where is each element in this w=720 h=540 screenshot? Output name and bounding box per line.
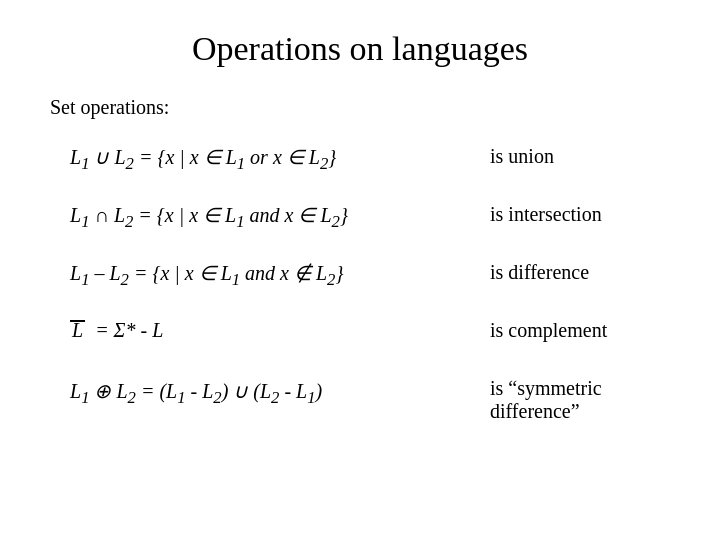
table-row: L1 – L2 = {x | x ∈ L1 and x ∉ L2} is dif… [50, 253, 670, 311]
table-row: L1 ∩ L2 = {x | x ∈ L1 and x ∈ L2} is int… [50, 195, 670, 253]
table-row: L1 ∪ L2 = {x | x ∈ L1 or x ∈ L2} is unio… [50, 137, 670, 195]
subtitle: Set operations: [50, 96, 670, 119]
desc-union: is union [490, 145, 670, 168]
table-row: L = Σ* - L is complement [50, 311, 670, 369]
desc-intersection: is intersection [490, 203, 670, 226]
desc-complement: is complement [490, 319, 670, 342]
page-title: Operations on languages [50, 30, 670, 68]
table-row: L1 ⊕ L2 = (L1 - L2) ∪ (L2 - L1) is “symm… [50, 369, 670, 431]
slide: Operations on languages Set operations: … [0, 0, 720, 540]
desc-difference: is difference [490, 261, 670, 284]
expr-union: L1 ∪ L2 = {x | x ∈ L1 or x ∈ L2} [70, 145, 490, 174]
operations-table: L1 ∪ L2 = {x | x ∈ L1 or x ∈ L2} is unio… [50, 137, 670, 431]
expr-difference: L1 – L2 = {x | x ∈ L1 and x ∉ L2} [70, 261, 490, 290]
expr-symmetric: L1 ⊕ L2 = (L1 - L2) ∪ (L2 - L1) [70, 377, 490, 408]
expr-complement: L = Σ* - L [70, 319, 490, 342]
expr-intersection: L1 ∩ L2 = {x | x ∈ L1 and x ∈ L2} [70, 203, 490, 232]
desc-symmetric: is “symmetric difference” [490, 377, 670, 423]
